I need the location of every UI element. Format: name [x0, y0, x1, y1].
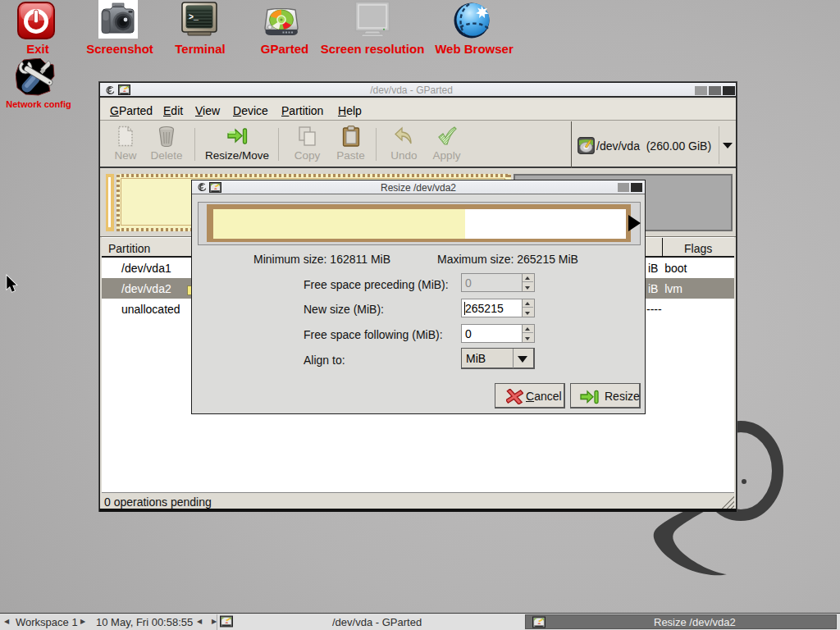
svg-text:>_: >_ [189, 13, 199, 22]
